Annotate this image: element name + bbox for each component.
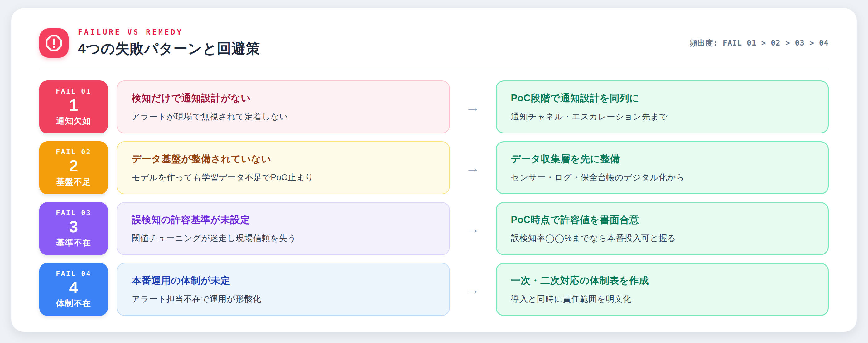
failure-card-1: 検知だけで通知設計がない アラートが現場で無視されて定着しない xyxy=(117,81,450,133)
remedy-card-1: PoC段階で通知設計を同列に 通知チャネル・エスカレーション先まで xyxy=(496,81,829,133)
failure-row-1: FAIL 01 1 通知欠如 検知だけで通知設計がない アラートが現場で無視され… xyxy=(39,81,829,133)
fail-badge-number: 3 xyxy=(69,218,78,236)
fail-badge-1: FAIL 01 1 通知欠如 xyxy=(39,81,108,133)
failure-description: 閾値チューニングが迷走し現場信頼を失う xyxy=(131,232,435,244)
frequency-note: 頻出度: FAIL 01 > 02 > 03 > 04 xyxy=(690,38,829,48)
header-divider xyxy=(39,69,829,69)
failure-title: 誤検知の許容基準が未設定 xyxy=(131,213,435,226)
remedy-title: PoC時点で許容値を書面合意 xyxy=(511,213,814,226)
fail-badge-4: FAIL 04 4 体制不在 xyxy=(39,263,108,316)
failure-description: アラートが現場で無視されて定着しない xyxy=(131,111,435,122)
fail-badge-number: 2 xyxy=(69,157,78,175)
remedy-description: センサー・ログ・保全台帳のデジタル化から xyxy=(511,172,814,183)
arrow-right-icon: → xyxy=(450,81,496,133)
arrow-right-icon: → xyxy=(450,141,496,194)
failure-title: 本番運用の体制が未定 xyxy=(131,274,435,287)
fail-badge-number: 1 xyxy=(69,96,78,114)
fail-badge-number: 4 xyxy=(69,279,78,297)
fail-badge-tag: FAIL 02 xyxy=(56,148,91,156)
remedy-card-3: PoC時点で許容値を書面合意 誤検知率◯◯%までなら本番投入可と握る xyxy=(496,202,829,255)
fail-badge-tag: FAIL 01 xyxy=(56,87,91,95)
failure-description: モデルを作っても学習データ不足でPoC止まり xyxy=(131,172,435,183)
fail-badge-tag: FAIL 03 xyxy=(56,209,91,217)
failure-title: データ基盤が整備されていない xyxy=(131,153,435,165)
remedy-card-4: 一次・二次対応の体制表を作成 導入と同時に責任範囲を明文化 xyxy=(496,263,829,316)
arrow-right-icon: → xyxy=(450,202,496,255)
fail-badge-label: 通知欠如 xyxy=(56,115,91,127)
page-title: 4つの失敗パターンと回避策 xyxy=(78,39,260,58)
failure-remedy-list: FAIL 01 1 通知欠如 検知だけで通知設計がない アラートが現場で無視され… xyxy=(39,81,829,316)
remedy-card-2: データ収集層を先に整備 センサー・ログ・保全台帳のデジタル化から xyxy=(496,141,829,194)
failure-card-2: データ基盤が整備されていない モデルを作っても学習データ不足でPoC止まり xyxy=(117,141,450,194)
page-background: FAILURE VS REMEDY 4つの失敗パターンと回避策 頻出度: FAI… xyxy=(0,0,868,343)
remedy-title: 一次・二次対応の体制表を作成 xyxy=(511,274,814,287)
failure-title: 検知だけで通知設計がない xyxy=(131,92,435,105)
failure-description: アラート担当不在で運用が形骸化 xyxy=(131,293,435,305)
failure-row-3: FAIL 03 3 基準不在 誤検知の許容基準が未設定 閾値チューニングが迷走し… xyxy=(39,202,829,255)
alert-octagon-icon xyxy=(39,28,69,58)
failure-card-3: 誤検知の許容基準が未設定 閾値チューニングが迷走し現場信頼を失う xyxy=(117,202,450,255)
failure-card-4: 本番運用の体制が未定 アラート担当不在で運用が形骸化 xyxy=(117,263,450,316)
remedy-description: 通知チャネル・エスカレーション先まで xyxy=(511,111,814,122)
fail-badge-label: 体制不在 xyxy=(56,298,91,309)
fail-badge-tag: FAIL 04 xyxy=(56,270,91,278)
fail-badge-label: 基盤不足 xyxy=(56,176,91,187)
header-titles: FAILURE VS REMEDY 4つの失敗パターンと回避策 xyxy=(78,28,260,58)
remedy-title: データ収集層を先に整備 xyxy=(511,153,814,165)
remedy-description: 導入と同時に責任範囲を明文化 xyxy=(511,293,814,305)
fail-badge-3: FAIL 03 3 基準不在 xyxy=(39,202,108,255)
failure-row-4: FAIL 04 4 体制不在 本番運用の体制が未定 アラート担当不在で運用が形骸… xyxy=(39,263,829,316)
remedy-title: PoC段階で通知設計を同列に xyxy=(511,92,814,105)
arrow-right-icon: → xyxy=(450,263,496,316)
eyebrow-label: FAILURE VS REMEDY xyxy=(78,28,260,36)
fail-badge-2: FAIL 02 2 基盤不足 xyxy=(39,141,108,194)
slide-card: FAILURE VS REMEDY 4つの失敗パターンと回避策 頻出度: FAI… xyxy=(11,8,857,332)
fail-badge-label: 基準不在 xyxy=(56,237,91,248)
header: FAILURE VS REMEDY 4つの失敗パターンと回避策 頻出度: FAI… xyxy=(39,28,829,58)
failure-row-2: FAIL 02 2 基盤不足 データ基盤が整備されていない モデルを作っても学習… xyxy=(39,141,829,194)
remedy-description: 誤検知率◯◯%までなら本番投入可と握る xyxy=(511,232,814,244)
